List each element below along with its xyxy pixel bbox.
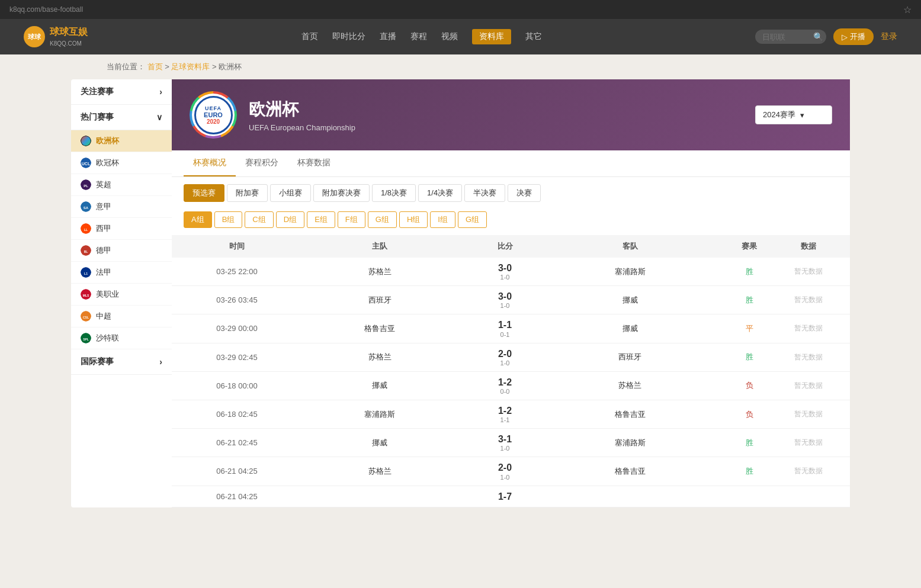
match-score: 1-2 0-0 <box>470 377 541 395</box>
match-result: 负 <box>720 409 779 420</box>
breadcrumb-sep1: > <box>165 62 171 71</box>
sidebar-item-premier[interactable]: PL 英超 <box>71 174 172 196</box>
match-away-team: 格鲁吉亚 <box>541 409 720 420</box>
season-selector[interactable]: 2024赛季 ▾ <box>755 105 832 124</box>
match-home-team: 苏格兰 <box>290 466 470 477</box>
premier-icon: PL <box>81 179 91 190</box>
group-a[interactable]: A组 <box>184 211 212 228</box>
nav-schedule[interactable]: 赛程 <box>410 31 427 42</box>
bookmark-icon[interactable]: ☆ <box>903 4 912 15</box>
group-g2[interactable]: G组 <box>458 211 487 228</box>
sidebar-item-csl[interactable]: CSL 中超 <box>71 306 172 327</box>
round-r16[interactable]: 1/8决赛 <box>372 184 416 202</box>
sidebar-item-laliga[interactable]: LL 西甲 <box>71 218 172 240</box>
main-tabs: 杯赛概况 赛程积分 杯赛数据 <box>172 150 850 177</box>
match-result: 胜 <box>720 438 779 448</box>
mls-icon: MLS <box>81 289 91 300</box>
hot-label: 热门赛事 <box>81 112 114 123</box>
sidebar-csl-label: 中超 <box>96 311 111 322</box>
match-time: 06-21 02:45 <box>184 438 290 447</box>
match-away-team: 苏格兰 <box>541 380 720 391</box>
breadcrumb-database[interactable]: 足球资料库 <box>171 62 210 71</box>
table-row: 06-18 02:45 塞浦路斯 1-2 1-1 格鲁吉亚 负 暂无数据 <box>172 400 850 429</box>
live-button[interactable]: ▷ 开播 <box>833 28 874 45</box>
group-e[interactable]: E组 <box>307 211 335 228</box>
search-input[interactable] <box>762 33 810 41</box>
round-final[interactable]: 决赛 <box>508 184 541 202</box>
match-home-team: 挪威 <box>290 438 470 448</box>
uefa-text: UEFA <box>205 105 222 111</box>
svg-text:SA: SA <box>84 206 89 210</box>
round-playoff-final[interactable]: 附加赛决赛 <box>313 184 370 202</box>
laliga-icon: LL <box>81 223 91 234</box>
group-g[interactable]: G组 <box>368 211 397 228</box>
hot-section[interactable]: 热门赛事 ∨ <box>71 105 172 130</box>
nav-video[interactable]: 视频 <box>441 31 458 42</box>
table-row: 03-25 22:00 苏格兰 3-0 1-0 塞浦路斯 胜 暂无数据 <box>172 258 850 286</box>
breadcrumb-prefix: 当前位置： <box>107 62 145 71</box>
browser-url: k8qq.com/base-football <box>9 5 83 14</box>
intl-section[interactable]: 国际赛事 › <box>71 349 172 375</box>
match-data: 暂无数据 <box>779 409 838 419</box>
nav-other[interactable]: 其它 <box>525 31 542 42</box>
chevron-right-icon2: › <box>159 357 162 367</box>
match-home-team: 塞浦路斯 <box>290 409 470 420</box>
group-f[interactable]: F组 <box>338 211 365 228</box>
intl-label: 国际赛事 <box>81 356 114 367</box>
sidebar-item-ligue1[interactable]: L1 法甲 <box>71 262 172 284</box>
svg-text:BL: BL <box>84 250 88 253</box>
follow-section[interactable]: 关注赛事 › <box>71 79 172 105</box>
svg-text:LL: LL <box>84 228 88 232</box>
group-h[interactable]: H组 <box>399 211 428 228</box>
uefa-circle: UEFA EURO 2020 <box>194 96 233 134</box>
breadcrumb-home[interactable]: 首页 <box>147 62 163 71</box>
sidebar-euro-label: 欧洲杯 <box>96 136 119 146</box>
round-group[interactable]: 小组赛 <box>270 184 311 202</box>
login-button[interactable]: 登录 <box>881 31 897 42</box>
round-qf[interactable]: 1/4决赛 <box>418 184 462 202</box>
round-sf[interactable]: 半决赛 <box>464 184 505 202</box>
sidebar-item-seriea[interactable]: SA 意甲 <box>71 196 172 218</box>
match-time: 06-18 00:00 <box>184 381 290 390</box>
match-time: 06-21 04:25 <box>184 492 290 501</box>
match-result: 负 <box>720 380 779 391</box>
match-away-team: 挪威 <box>541 323 720 334</box>
group-i[interactable]: I组 <box>430 211 455 228</box>
group-c[interactable]: C组 <box>245 211 273 228</box>
group-d[interactable]: D组 <box>276 211 304 228</box>
season-chevron-icon: ▾ <box>800 111 804 120</box>
tab-overview[interactable]: 杯赛概况 <box>184 150 236 176</box>
sidebar-item-ucl[interactable]: UCL 欧冠杯 <box>71 152 172 174</box>
content-area: UEFA EURO 2020 欧洲杯 UEFA European Champio… <box>172 79 850 507</box>
match-data: 暂无数据 <box>779 295 838 305</box>
nav-livescore[interactable]: 即时比分 <box>332 31 365 42</box>
match-home-team: 格鲁吉亚 <box>290 323 470 334</box>
nav-home[interactable]: 首页 <box>301 31 318 42</box>
tab-stats[interactable]: 杯赛数据 <box>288 150 340 176</box>
match-data: 暂无数据 <box>779 466 838 476</box>
sidebar-item-mls[interactable]: MLS 美职业 <box>71 284 172 306</box>
header: 球球 球球互娱 K8QQ.COM 首页 即时比分 直播 赛程 视频 资料库 其它… <box>0 19 921 54</box>
euro-icon <box>81 136 91 146</box>
sidebar-seriea-label: 意甲 <box>96 201 111 212</box>
round-qualifying[interactable]: 预选赛 <box>184 184 224 202</box>
sidebar-item-saudi[interactable]: SPL 沙特联 <box>71 327 172 349</box>
svg-point-3 <box>81 136 91 146</box>
group-b[interactable]: B组 <box>214 211 243 228</box>
tab-schedule[interactable]: 赛程积分 <box>236 150 288 176</box>
sidebar-ucl-label: 欧冠杯 <box>96 158 119 168</box>
table-row: 03-29 00:00 格鲁吉亚 1-1 0-1 挪威 平 暂无数据 <box>172 314 850 343</box>
competition-header: UEFA EURO 2020 欧洲杯 UEFA European Champio… <box>172 79 850 150</box>
sidebar-item-euro[interactable]: 欧洲杯 <box>71 130 172 152</box>
svg-text:UCL: UCL <box>82 162 91 166</box>
sidebar-item-bundesliga[interactable]: BL 德甲 <box>71 240 172 262</box>
match-away-team: 塞浦路斯 <box>541 438 720 448</box>
follow-label: 关注赛事 <box>81 86 114 97</box>
round-playoff[interactable]: 附加赛 <box>227 184 268 202</box>
svg-text:SPL: SPL <box>83 338 89 341</box>
col-home: 主队 <box>290 241 470 252</box>
match-away-team: 格鲁吉亚 <box>541 466 720 477</box>
nav-database[interactable]: 资料库 <box>472 29 511 44</box>
nav-live[interactable]: 直播 <box>380 31 396 42</box>
match-score: 3-0 1-0 <box>470 291 541 309</box>
